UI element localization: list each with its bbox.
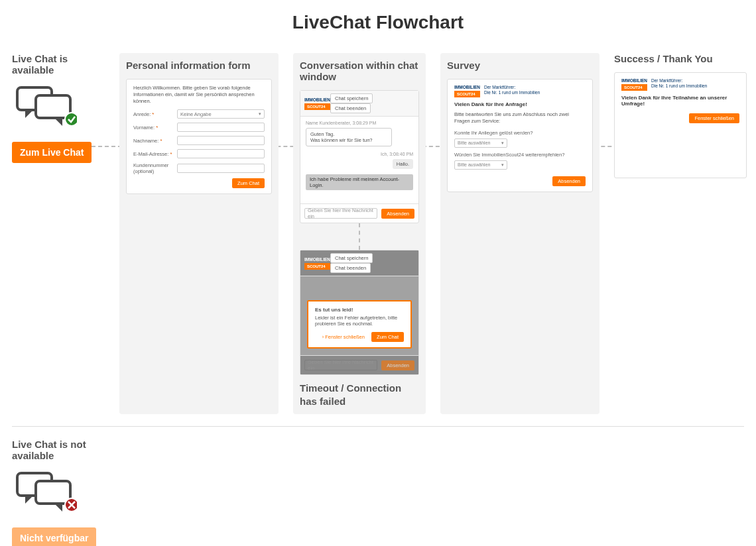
stage-unavailable: Live Chat is not available Nicht verfügb… bbox=[12, 439, 105, 546]
survey-question-1: Konnte Ihr Anliegen gelöst werden? bbox=[454, 130, 586, 136]
field-firstname-label: Vorname: bbox=[133, 125, 173, 131]
brand-tag: SCOUT24 bbox=[621, 84, 647, 91]
brand-name: IMMOBILIEN bbox=[621, 78, 647, 83]
field-salutation-label: Anrede: bbox=[133, 111, 173, 117]
chat-header: IMMOBILIEN SCOUT24 Chat speichern Chat b… bbox=[300, 91, 418, 117]
stage-form: Personal information form Herzlich Willk… bbox=[119, 53, 279, 414]
suggestion-pill[interactable]: Ich habe Probleme mit meinem Account-Log… bbox=[306, 174, 413, 190]
flow-row-unavailable: Live Chat is not available Nicht verfügb… bbox=[12, 439, 744, 546]
timeout-mock: IMMOBILIEN SCOUT24 Chat speichern Chat b… bbox=[300, 250, 419, 375]
chevron-down-icon: ▾ bbox=[501, 140, 504, 146]
svg-rect-1 bbox=[36, 95, 70, 118]
user-meta: Ich, 3:08:40 PM bbox=[306, 152, 413, 156]
survey-select-1-value: Bitte auswählen bbox=[458, 140, 490, 145]
brand-tag: SCOUT24 bbox=[454, 91, 480, 97]
survey-submit-button[interactable]: Absenden bbox=[552, 176, 586, 186]
thanks-title: Vielen Dank für Ihre Teilnahme an unsere… bbox=[621, 95, 739, 107]
stage-available: Live Chat is available Zum Live Chat bbox=[12, 53, 105, 414]
timeout-modal-title: Es tut uns leid! bbox=[315, 307, 404, 313]
chat-unavailable-icon bbox=[16, 472, 105, 516]
field-salutation-value: Keine Angabe bbox=[180, 111, 212, 117]
field-firstname-input[interactable] bbox=[177, 123, 265, 132]
stage-thank-you: Success / Thank You IMMOBILIEN SCOUT24 D… bbox=[614, 53, 747, 414]
chevron-down-icon: ▾ bbox=[501, 162, 504, 168]
user-message-bubble: Hallo. bbox=[393, 159, 413, 169]
field-lastname-input[interactable] bbox=[177, 136, 265, 145]
brand-tagline-1: Der Marktführer: bbox=[651, 78, 707, 83]
stage-survey-label: Survey bbox=[447, 60, 593, 71]
agent-line-1: Guten Tag. bbox=[310, 131, 387, 137]
survey-subtitle: Bitte beantworten Sie uns zum Abschluss … bbox=[454, 111, 586, 125]
timeout-modal: Es tut uns leid! Leider ist ein Fehler a… bbox=[307, 300, 412, 349]
brand-tag: SCOUT24 bbox=[304, 263, 330, 270]
field-lastname-label: Nachname: bbox=[133, 138, 173, 144]
brand-logo: IMMOBILIEN SCOUT24 bbox=[621, 78, 647, 91]
timeout-close-link[interactable]: › Fenster schließen bbox=[322, 334, 365, 340]
survey-mock: IMMOBILIEN SCOUT24 Der Marktführer: Die … bbox=[447, 79, 593, 192]
field-email-input[interactable] bbox=[177, 149, 265, 158]
agent-message-bubble: Guten Tag. Was können wir für Sie tun? bbox=[306, 128, 392, 146]
brand-name: IMMOBILIEN bbox=[304, 257, 330, 262]
chevron-down-icon: ▾ bbox=[259, 111, 261, 117]
form-mock: Herzlich Willkommen. Bitte geben Sie vor… bbox=[126, 79, 272, 194]
stage-thanks-label: Success / Thank You bbox=[614, 53, 747, 64]
svg-rect-4 bbox=[36, 481, 70, 504]
chat-end-button[interactable]: Chat beenden bbox=[330, 263, 371, 273]
chat-mock: IMMOBILIEN SCOUT24 Chat speichern Chat b… bbox=[300, 90, 419, 223]
survey-select-2-value: Bitte auswählen bbox=[458, 162, 490, 167]
brand-tagline-2: Die Nr. 1 rund um Immobilien bbox=[484, 90, 540, 95]
brand-name: IMMOBILIEN bbox=[454, 85, 480, 89]
cta-live-chat-button[interactable]: Zum Live Chat bbox=[12, 142, 92, 163]
field-email-label: E-Mail-Adresse: bbox=[133, 151, 173, 157]
brand-tagline-1: Der Marktführer: bbox=[484, 85, 540, 90]
field-customer-no-label: Kundennummer (optional) bbox=[133, 162, 173, 174]
chat-available-icon bbox=[16, 86, 105, 130]
stage-timeout-label: Timeout / Connection has failed bbox=[300, 382, 419, 408]
brand-tagline-2: Die Nr. 1 rund um Immobilien bbox=[651, 83, 707, 89]
timeout-retry-button[interactable]: Zum Chat bbox=[371, 332, 404, 342]
form-submit-button[interactable]: Zum Chat bbox=[232, 178, 265, 188]
survey-title: Vielen Dank für Ihre Anfrage! bbox=[454, 101, 586, 107]
brand-tag: SCOUT24 bbox=[304, 103, 330, 110]
brand-logo: IMMOBILIEN SCOUT24 bbox=[454, 85, 480, 97]
stage-form-label: Personal information form bbox=[126, 60, 272, 71]
flow-row-available: Live Chat is available Zum Live Chat Per… bbox=[12, 53, 744, 414]
brand-name: IMMOBILIEN bbox=[304, 97, 330, 102]
field-customer-no-input[interactable] bbox=[177, 164, 265, 173]
chat-save-button[interactable]: Chat speichern bbox=[330, 93, 373, 103]
section-divider bbox=[12, 426, 744, 427]
svg-point-2 bbox=[65, 113, 77, 126]
survey-select-1[interactable]: Bitte auswählen ▾ bbox=[454, 138, 507, 148]
timeout-composer-input: Geben Sie hier Ihre Nachricht ein bbox=[304, 360, 377, 370]
brand-logo: IMMOBILIEN SCOUT24 bbox=[304, 97, 330, 110]
timeout-chat-header: IMMOBILIEN SCOUT24 Chat speichern Chat b… bbox=[300, 250, 418, 276]
thanks-mock: IMMOBILIEN SCOUT24 Der Marktführer: Die … bbox=[614, 72, 747, 178]
chat-send-button[interactable]: Absenden bbox=[381, 209, 414, 219]
timeout-modal-body: Leider ist ein Fehler aufgetreten, bitte… bbox=[315, 315, 404, 327]
stage-survey: Survey IMMOBILIEN SCOUT24 Der Marktführe… bbox=[440, 53, 599, 414]
chat-save-button[interactable]: Chat speichern bbox=[330, 253, 373, 263]
page-title: LiveChat Flowchart bbox=[12, 12, 744, 33]
stage-available-label: Live Chat is available bbox=[12, 53, 105, 76]
chat-composer-input[interactable]: Geben Sie hier Ihre Nachricht ein bbox=[304, 208, 377, 219]
cta-unavailable-button: Nicht verfügbar bbox=[12, 527, 96, 546]
stage-conversation-label: Conversation within chat window bbox=[300, 60, 419, 82]
agent-meta: Name Kundenberater, 3:08:29 PM bbox=[306, 121, 413, 125]
flow-connector-vertical bbox=[359, 223, 360, 250]
stage-conversation: Conversation within chat window IMMOBILI… bbox=[293, 53, 426, 414]
thanks-close-button[interactable]: Fenster schließen bbox=[689, 113, 739, 123]
stage-unavailable-label: Live Chat is not available bbox=[12, 439, 105, 461]
timeout-send-button: Absenden bbox=[381, 360, 414, 370]
chat-end-button[interactable]: Chat beenden bbox=[330, 103, 371, 113]
survey-select-2[interactable]: Bitte auswählen ▾ bbox=[454, 160, 507, 170]
form-intro-text: Herzlich Willkommen. Bitte geben Sie vor… bbox=[133, 85, 265, 104]
agent-line-2: Was können wir für Sie tun? bbox=[310, 137, 387, 143]
field-salutation-select[interactable]: Keine Angabe ▾ bbox=[177, 109, 265, 119]
survey-question-2: Würden Sie ImmobilienScout24 weiterempfe… bbox=[454, 152, 586, 158]
